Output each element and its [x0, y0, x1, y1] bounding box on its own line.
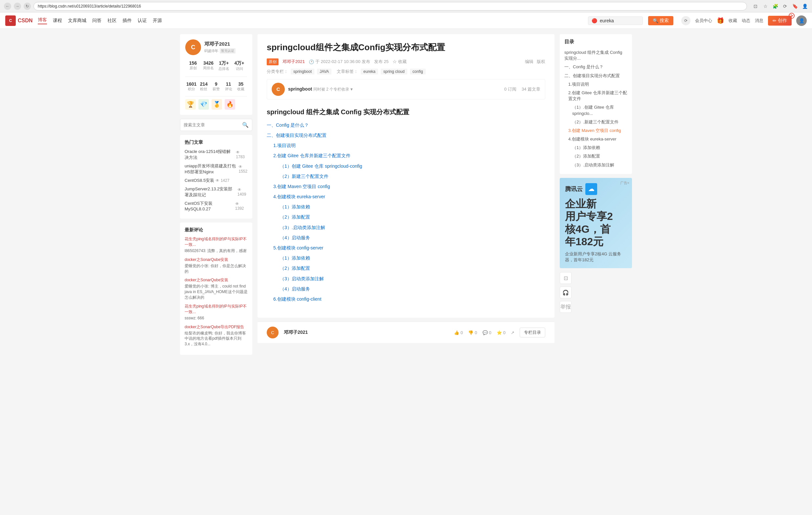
ad-label[interactable]: 广告×	[620, 181, 629, 185]
profile-icon[interactable]: 👤	[802, 3, 808, 9]
nav-blog[interactable]: 博客	[38, 17, 47, 24]
csdn-logo[interactable]: C CSDN	[5, 16, 32, 26]
toc-panel-item-11[interactable]: （3）.启动类添加注解	[564, 161, 628, 170]
hot-article-2[interactable]: uniapp开发环境搭建及打包H5部署至Nginx 👁 1552	[184, 163, 248, 175]
toc-item-7[interactable]: 3.创建 Maven 空项目 config	[273, 182, 545, 191]
bookmark-icon[interactable]: 🔖	[792, 3, 798, 9]
tag-config[interactable]: config	[410, 69, 426, 74]
article-title: springcloud组件之集成Config实现分布式配置	[267, 42, 545, 53]
toc-panel-item-9[interactable]: （1）添加依赖	[564, 144, 628, 152]
meta-author[interactable]: 邓邓子2021	[283, 59, 305, 65]
stat-fans: 214 粉丝	[198, 80, 210, 93]
toc-item-16[interactable]: （3）启动类添加注解	[280, 275, 545, 283]
dropdown-icon[interactable]: ▾	[350, 87, 352, 92]
nav-cert[interactable]: 认证	[138, 18, 147, 24]
nav-plugin[interactable]: 插件	[122, 18, 132, 24]
category-springboot[interactable]: springboot	[291, 69, 314, 74]
edit-button[interactable]: 编辑	[525, 59, 533, 65]
report-icon-btn[interactable]: 举报	[560, 301, 572, 313]
url-bar[interactable]: https://blog.csdn.net/u012069313/article…	[33, 2, 747, 10]
toc-item-5[interactable]: （1）创建 Gitee 仓库 springcloud-config	[280, 162, 545, 170]
blog-search-input[interactable]	[184, 122, 242, 127]
tag-eureka[interactable]: eureka	[361, 69, 378, 74]
nav-library[interactable]: 文库商城	[68, 18, 86, 24]
toc-item-6[interactable]: （2）新建三个配置文件	[280, 172, 545, 181]
hot-article-1[interactable]: Oracle ora-12514报错解决方法 👁 1783	[184, 149, 248, 160]
ad-panel: 广告× 腾讯云 ☁ 企业新用户专享2核4G，首年182元 企业新用户专享2核4G…	[560, 178, 632, 269]
create-button[interactable]: ✏ 创作	[768, 16, 792, 26]
toc-item-12[interactable]: （4）启动服务	[280, 234, 545, 242]
category-java[interactable]: JAVA	[317, 69, 331, 74]
toc-item-9[interactable]: （1）添加依赖	[280, 203, 545, 211]
toc-panel-item-3[interactable]: 1.项目说明	[564, 80, 628, 89]
toc-panel-item-8[interactable]: 4.创建模块 eureka-server	[564, 135, 628, 144]
toc-panel-item-0[interactable]: springcloud 组件之集成 Config 实现分...	[564, 48, 628, 63]
ad-brand: 腾讯云 ☁	[565, 183, 627, 195]
header-right: ⟳ 会员中心 🎁 收藏 动态 消息 ✏ 创作 👤	[681, 16, 807, 26]
nav-open[interactable]: 开源	[153, 18, 162, 24]
hot-article-5[interactable]: CentOS下安装MySQL8.0.27 👁 1392	[184, 201, 248, 211]
toc-item-8[interactable]: 4.创建模块 eureka-server	[273, 193, 545, 201]
nav-qa[interactable]: 问答	[92, 18, 102, 24]
blog-search-icon[interactable]: 🔍	[242, 122, 249, 128]
blog-search-box[interactable]: 🔍	[180, 119, 252, 131]
toc-panel-item-2[interactable]: 二、创建项目实现分布式配置	[564, 71, 628, 80]
clock-icon: 🕐	[309, 59, 314, 64]
dynamic-link[interactable]: 动态	[742, 18, 750, 24]
toc-item-15[interactable]: （2）添加配置	[280, 264, 545, 272]
toc-item-2[interactable]: 二、创建项目实现分布式配置	[267, 131, 545, 140]
hot-article-4[interactable]: JumpServer2.13.2安装部署及踩坑记 👁 1409	[184, 186, 248, 198]
toc-panel-item-7[interactable]: 3.创建 Maven 空项目 config	[564, 126, 628, 135]
search-button[interactable]: 🔍 搜索	[648, 16, 673, 25]
toc-item-1[interactable]: 一、Config 是什么？	[267, 121, 545, 129]
nav-course[interactable]: 课程	[53, 18, 62, 24]
forward-button[interactable]: →	[14, 3, 21, 10]
dislike-button[interactable]: 👎 0	[468, 330, 477, 335]
toc-panel-item-10[interactable]: （2）添加配置	[564, 152, 628, 160]
tag-spring-cloud[interactable]: spring cloud	[381, 69, 407, 74]
fullscreen-icon-btn[interactable]: ⊡	[560, 272, 572, 284]
screen-share-icon[interactable]: ⊡	[752, 3, 759, 9]
category-label: 分类专栏：	[267, 69, 288, 74]
toc-item-13[interactable]: 5.创建模块 config-server	[273, 244, 545, 252]
sync-icon[interactable]: ⟳	[782, 3, 788, 9]
member-center-link[interactable]: 会员中心	[695, 18, 712, 24]
toc-item-17[interactable]: （4）启动服务	[280, 285, 545, 293]
toc-panel-item-4[interactable]: 2.创建 Gitee 仓库并新建三个配置文件	[564, 89, 628, 103]
create-btn-label: 创作	[778, 18, 787, 24]
refresh-profile-icon[interactable]: ⟳	[681, 16, 691, 25]
share-icon: ↗	[511, 330, 514, 335]
article-meta: 原创 邓邓子2021 🕐 于 2022-02-17 10:36:00 发布 发布…	[267, 58, 545, 65]
channel-name[interactable]: springboot 同时被 2 个专栏收录 ▾	[288, 86, 352, 92]
toc-item-14[interactable]: （1）添加依赖	[280, 254, 545, 262]
collect-link[interactable]: 收藏	[729, 18, 737, 24]
user-avatar[interactable]: 👤	[796, 16, 807, 26]
headset-icon-btn[interactable]: 🎧	[560, 286, 572, 298]
comment-button[interactable]: 💬 0	[483, 330, 491, 335]
nav-community[interactable]: 社区	[108, 18, 117, 24]
catalog-button[interactable]: 专栏目录	[520, 328, 545, 337]
message-link[interactable]: 消息	[755, 18, 763, 24]
subscribe-count: 0 订阅	[504, 86, 516, 92]
bottom-author-name[interactable]: 邓邓子2021	[284, 330, 308, 335]
extension-icon[interactable]: 🧩	[772, 3, 779, 9]
share-button[interactable]: ↗	[511, 330, 514, 335]
search-input[interactable]	[600, 18, 639, 23]
toc-item-18[interactable]: 6.创建模块 config-client	[273, 295, 545, 303]
back-button[interactable]: ←	[4, 3, 11, 10]
toc-item-4[interactable]: 2.创建 Gitee 仓库并新建三个配置文件	[273, 152, 545, 160]
refresh-button[interactable]: ↻	[24, 3, 31, 10]
toc-panel-item-5[interactable]: （1）.创建 Gitee 仓库 springclo...	[564, 103, 628, 118]
copyright-button[interactable]: 版权	[537, 59, 545, 65]
hot-article-3[interactable]: CentOS8.5安装 👁 1427	[184, 178, 248, 183]
collect-button[interactable]: ⭐ 0	[497, 330, 505, 335]
like-button[interactable]: 👍 0	[454, 330, 463, 335]
toc-panel-item-1[interactable]: 一、Config 是什么？	[564, 63, 628, 71]
toc-item-11[interactable]: （3）.启动类添加注解	[280, 223, 545, 232]
star-icon[interactable]: ☆	[762, 3, 768, 9]
toc-item-3[interactable]: 1.项目说明	[273, 142, 545, 150]
meta-collect[interactable]: ☆ 收藏	[393, 59, 407, 65]
gift-icon: 🎁	[717, 17, 724, 24]
toc-item-10[interactable]: （2）添加配置	[280, 213, 545, 221]
toc-panel-item-6[interactable]: （2）.新建三个配置文件	[564, 118, 628, 126]
